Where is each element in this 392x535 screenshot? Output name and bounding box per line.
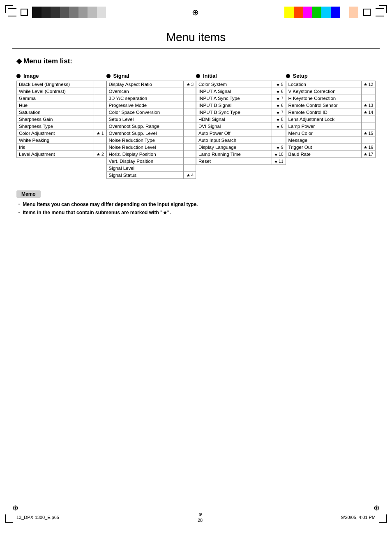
menu-table-image: Black Level (Brightness)While Level (Con…	[16, 81, 106, 158]
memo-line-1: ・ Menu items you can choose may differ d…	[16, 201, 376, 208]
table-row: Gamma	[17, 95, 106, 102]
col-dot	[16, 74, 21, 78]
table-row: Noise Reduction Type	[106, 137, 196, 144]
menu-item-star	[184, 158, 196, 165]
table-row: Overscan	[106, 88, 196, 95]
table-row: HDMI Signal★ 8	[196, 116, 286, 123]
memo-section: Memo ・ Menu items you can choose may dif…	[16, 190, 376, 216]
col-header-setup: Setup	[286, 73, 376, 79]
table-row: Auto Power Off	[196, 130, 286, 137]
menu-item-star	[184, 88, 196, 95]
menu-item-star	[272, 130, 286, 137]
menu-item-label: Lamp Power	[286, 123, 362, 130]
table-row: Sharpness Type	[17, 123, 106, 130]
menu-item-star	[362, 88, 376, 95]
page-title: Menu items	[0, 31, 392, 44]
menu-item-label: Auto Power Off	[196, 130, 272, 137]
menu-item-star: ★ 16	[362, 144, 376, 151]
menu-item-star	[94, 109, 106, 116]
col-header-signal: Signal	[106, 73, 196, 79]
menu-item-label: Display Aspect Ratio	[106, 81, 184, 88]
menu-item-star: ★ 6	[272, 88, 286, 95]
menu-item-star	[94, 88, 106, 95]
menu-item-star: ★ 2	[94, 151, 106, 158]
table-row: Vert. Display Position	[106, 158, 196, 165]
menu-item-star	[362, 137, 376, 144]
table-row: 3D Y/C separation	[106, 95, 196, 102]
table-row: INPUT A Signal★ 6	[196, 88, 286, 95]
table-row: Iris	[17, 144, 106, 151]
menu-item-star: ★ 9	[272, 144, 286, 151]
menu-item-star: ★ 15	[362, 130, 376, 137]
menu-item-label: Remote Control Sensor	[286, 102, 362, 109]
table-row: Lamp Power	[286, 123, 376, 130]
table-row: Progressive Mode	[106, 102, 196, 109]
table-row: While Level (Contrast)	[17, 88, 106, 95]
reg-mark-left	[21, 9, 28, 16]
table-row: Setup Level	[106, 116, 196, 123]
menu-item-star: ★ 17	[362, 151, 376, 158]
table-row: INPUT B Signal★ 6	[196, 102, 286, 109]
menu-item-label: Noise Reduction Type	[106, 137, 184, 144]
menu-item-star	[362, 123, 376, 130]
menu-item-star	[94, 123, 106, 130]
menu-item-star: ★ 1	[94, 130, 106, 137]
left-crosshair: ⊕	[12, 503, 18, 512]
menu-item-star: ★ 6	[272, 123, 286, 130]
table-row: Level Adjustment★ 2	[17, 151, 106, 158]
table-row: Signal Level	[106, 165, 196, 172]
menu-item-star	[362, 116, 376, 123]
menu-item-star: ★ 10	[272, 151, 286, 158]
menu-item-star	[184, 116, 196, 123]
table-row: Sharpness Gain	[17, 116, 106, 123]
table-row: Menu Color★ 15	[286, 130, 376, 137]
title-rule	[12, 48, 380, 49]
menu-item-label: Lens Adjustment Lock	[286, 116, 362, 123]
menu-item-label: Overscan	[106, 88, 184, 95]
menu-item-label: Signal Level	[106, 165, 184, 172]
menu-item-label: Color Space Conversion	[106, 109, 184, 116]
table-row: Noise Reduction Level	[106, 144, 196, 151]
menu-table-initial: Color System★ 5INPUT A Signal★ 6INPUT A …	[196, 81, 286, 165]
corner-tr	[379, 5, 387, 13]
menu-item-label: Horiz. Display Position	[106, 151, 184, 158]
menu-item-star: ★ 3	[184, 81, 196, 88]
footer-date: 9/20/05, 4:01 PM	[341, 515, 376, 520]
menu-item-star: ★ 7	[272, 109, 286, 116]
menu-item-star	[184, 95, 196, 102]
menu-item-label: While Level (Contrast)	[17, 88, 94, 95]
col-header-image: Image	[16, 73, 106, 79]
col-dot	[106, 74, 111, 78]
table-row: Message	[286, 137, 376, 144]
menu-table-setup: Location★ 12V Keystone CorrectionH Keyst…	[286, 81, 376, 158]
menu-item-label: INPUT A Sync Type	[196, 95, 272, 102]
menu-item-star	[94, 137, 106, 144]
menu-item-label: Message	[286, 137, 362, 144]
menu-item-label: Auto Input Search	[196, 137, 272, 144]
menu-item-star	[94, 144, 106, 151]
table-row: Color Adjustment★ 1	[17, 130, 106, 137]
menu-item-label: Reset	[196, 158, 272, 165]
menu-item-label: H Keystone Correction	[286, 95, 362, 102]
reg-marks-left	[8, 7, 106, 18]
col-dot	[286, 74, 290, 78]
table-row: Hue	[17, 102, 106, 109]
menu-item-star	[94, 102, 106, 109]
table-row: Display Language★ 9	[196, 144, 286, 151]
menu-item-label: DVI Signal	[196, 123, 272, 130]
menu-item-label: Black Level (Brightness)	[17, 81, 94, 88]
menu-item-label: Noise Reduction Level	[106, 144, 184, 151]
menu-item-label: Setup Level	[106, 116, 184, 123]
menu-item-label: Signal Status	[106, 172, 184, 179]
menu-item-label: Level Adjustment	[17, 151, 94, 158]
table-row: Auto Input Search	[196, 137, 286, 144]
menu-item-star: ★ 8	[272, 116, 286, 123]
menu-item-label: Progressive Mode	[106, 102, 184, 109]
memo-line-2: ・ Items in the menu that contain submenu…	[16, 209, 376, 216]
table-row: Trigger Out★ 16	[286, 144, 376, 151]
menu-item-label: Gamma	[17, 95, 94, 102]
table-row: Lens Adjustment Lock	[286, 116, 376, 123]
menu-item-star	[184, 151, 196, 158]
col-dot	[196, 74, 200, 78]
footer-filename: 13_DPX-1300_E.p65	[16, 515, 59, 520]
